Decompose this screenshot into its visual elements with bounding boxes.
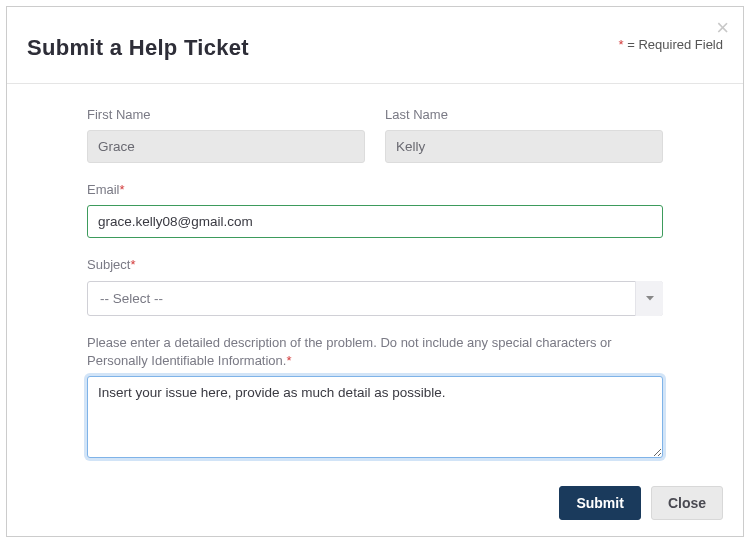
email-field[interactable]: [87, 205, 663, 238]
last-name-field: [385, 130, 663, 163]
subject-group: Subject* -- Select --: [87, 256, 663, 315]
subject-selected-value: -- Select --: [87, 281, 663, 316]
required-asterisk: *: [130, 257, 135, 272]
description-label: Please enter a detailed description of t…: [87, 334, 663, 370]
description-field[interactable]: [87, 376, 663, 458]
email-group: Email*: [87, 181, 663, 238]
last-name-group: Last Name: [385, 106, 663, 163]
required-asterisk: *: [286, 353, 291, 368]
subject-label: Subject*: [87, 256, 663, 274]
chevron-down-icon: [635, 281, 663, 316]
modal-header: Submit a Help Ticket × * = Required Fiel…: [7, 7, 743, 84]
submit-button[interactable]: Submit: [559, 486, 640, 520]
subject-select[interactable]: -- Select --: [87, 281, 663, 316]
modal-body: First Name Last Name Email* Subject* -- …: [7, 84, 743, 472]
required-asterisk: *: [120, 182, 125, 197]
last-name-label: Last Name: [385, 106, 663, 124]
first-name-label: First Name: [87, 106, 365, 124]
close-button[interactable]: Close: [651, 486, 723, 520]
modal-footer: Submit Close: [7, 472, 743, 536]
help-ticket-modal: Submit a Help Ticket × * = Required Fiel…: [6, 6, 744, 537]
required-field-hint: * = Required Field: [619, 37, 723, 52]
required-hint-text: = Required Field: [624, 37, 723, 52]
description-group: Please enter a detailed description of t…: [87, 334, 663, 462]
name-row: First Name Last Name: [87, 106, 663, 163]
email-label: Email*: [87, 181, 663, 199]
first-name-group: First Name: [87, 106, 365, 163]
first-name-field: [87, 130, 365, 163]
close-icon[interactable]: ×: [716, 17, 729, 39]
